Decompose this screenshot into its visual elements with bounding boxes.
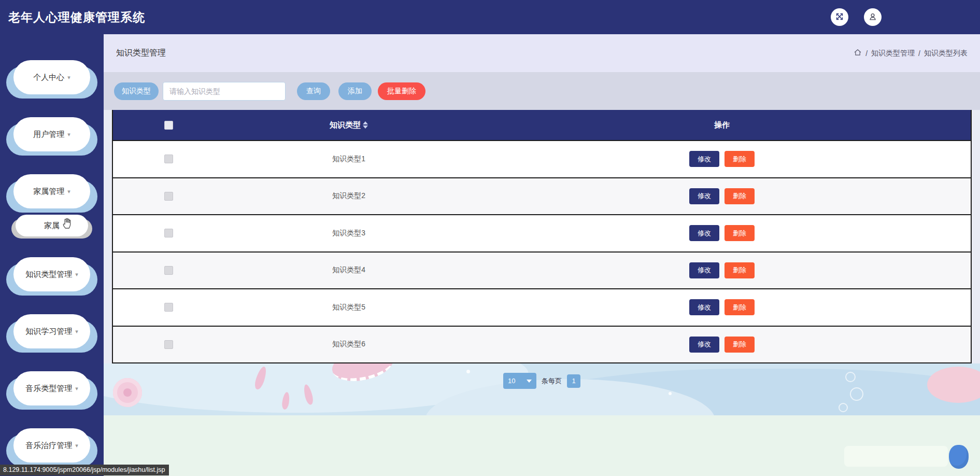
app-window: 老年人心理健康管理系统 bbox=[0, 0, 980, 476]
page-title: 知识类型管理 bbox=[116, 48, 166, 59]
chevron-down-icon: ▾ bbox=[75, 442, 78, 449]
sidebar: 个人中心▾ 用户管理▾ 家属管理▾ 家属 知识类型管理▾ 知识学习管理▾ 音乐类… bbox=[0, 34, 104, 476]
batch-delete-button[interactable]: 批量删除 bbox=[378, 82, 425, 100]
table-row: 知识类型5 修改 删除 bbox=[113, 288, 971, 326]
chevron-down-icon bbox=[527, 380, 532, 383]
sidebar-item-music-type-management[interactable]: 音乐类型管理▾ bbox=[6, 371, 97, 405]
delete-button[interactable]: 删除 bbox=[725, 225, 755, 241]
sidebar-item-label: 知识学习管理 bbox=[25, 327, 72, 337]
row-checkbox[interactable] bbox=[164, 229, 173, 237]
chevron-down-icon: ▾ bbox=[75, 271, 78, 278]
search-field-label: 知识类型 bbox=[114, 82, 159, 100]
delete-button[interactable]: 删除 bbox=[725, 151, 755, 167]
query-button[interactable]: 查询 bbox=[297, 82, 330, 100]
chevron-down-icon: ▾ bbox=[67, 74, 70, 81]
breadcrumb: / 知识类型管理 / 知识类型列表 bbox=[854, 48, 968, 58]
breadcrumb-separator: / bbox=[918, 49, 920, 58]
edit-button[interactable]: 修改 bbox=[689, 188, 719, 204]
delete-button[interactable]: 删除 bbox=[725, 188, 755, 204]
delete-button[interactable]: 删除 bbox=[725, 299, 755, 315]
table-row: 知识类型3 修改 删除 bbox=[113, 214, 971, 251]
table-header-row: 知识类型 操作 bbox=[113, 110, 971, 140]
knowledge-type-table: 知识类型 操作 知识类型1 修改 删除 知识类型2 bbox=[112, 110, 972, 363]
sidebar-subitem-label: 家属 bbox=[44, 221, 60, 231]
sidebar-item-user-management[interactable]: 用户管理▾ bbox=[6, 117, 97, 151]
user-icon bbox=[868, 11, 878, 23]
sidebar-item-label: 音乐治疗管理 bbox=[25, 441, 72, 451]
sidebar-item-label: 用户管理 bbox=[33, 130, 64, 139]
row-checkbox[interactable] bbox=[164, 266, 173, 275]
chevron-down-icon: ▾ bbox=[75, 328, 78, 335]
sidebar-item-knowledge-type-management[interactable]: 知识类型管理▾ bbox=[6, 257, 97, 291]
edit-button[interactable]: 修改 bbox=[689, 337, 719, 353]
decor-panel bbox=[844, 446, 948, 467]
decor-bubble bbox=[850, 387, 863, 401]
pagination-strip: 10 条每页 1 bbox=[104, 363, 980, 415]
breadcrumb-separator: / bbox=[865, 49, 868, 58]
row-checkbox[interactable] bbox=[164, 340, 173, 349]
breadcrumb-item: 知识类型管理 bbox=[871, 49, 915, 58]
home-icon[interactable] bbox=[854, 48, 862, 58]
cell-knowledge-type: 知识类型4 bbox=[332, 265, 365, 275]
cell-knowledge-type: 知识类型2 bbox=[332, 191, 365, 201]
table-zone: 知识类型 操作 知识类型1 修改 删除 知识类型2 bbox=[104, 110, 980, 363]
chat-widget-button[interactable] bbox=[949, 445, 969, 469]
table-row: 知识类型4 修改 删除 bbox=[113, 251, 971, 289]
header-icon-group bbox=[831, 8, 882, 26]
edit-button[interactable]: 修改 bbox=[689, 299, 719, 315]
row-checkbox[interactable] bbox=[164, 192, 173, 201]
delete-button[interactable]: 删除 bbox=[725, 262, 755, 278]
pagination: 10 条每页 1 bbox=[104, 373, 980, 389]
fullscreen-icon bbox=[834, 11, 845, 23]
sidebar-item-knowledge-learning-management[interactable]: 知识学习管理▾ bbox=[6, 314, 97, 348]
sidebar-subitem-family[interactable]: 家属 bbox=[16, 215, 88, 236]
page-header: 知识类型管理 / 知识类型管理 / 知识类型列表 bbox=[104, 34, 980, 72]
status-url: 8.129.11.174:9005/jspm20066/jsp/modules/… bbox=[0, 465, 169, 475]
decor-dot bbox=[669, 392, 672, 395]
main-content: 知识类型管理 / 知识类型管理 / 知识类型列表 知识类型 查询 添加 批量删除 bbox=[104, 34, 980, 476]
sidebar-item-family-management[interactable]: 家属管理▾ bbox=[6, 174, 97, 208]
cell-knowledge-type: 知识类型1 bbox=[332, 155, 365, 164]
select-all-checkbox[interactable] bbox=[164, 121, 173, 130]
column-actions: 操作 bbox=[714, 120, 730, 130]
edit-button[interactable]: 修改 bbox=[689, 151, 719, 167]
edit-button[interactable]: 修改 bbox=[689, 225, 719, 241]
row-checkbox[interactable] bbox=[164, 303, 173, 312]
cell-knowledge-type: 知识类型5 bbox=[332, 303, 365, 312]
cell-knowledge-type: 知识类型6 bbox=[332, 340, 365, 349]
user-profile-button[interactable] bbox=[864, 8, 882, 26]
column-knowledge-type: 知识类型 bbox=[330, 120, 361, 130]
cell-knowledge-type: 知识类型3 bbox=[332, 229, 365, 238]
page-size-select[interactable]: 10 bbox=[503, 373, 536, 389]
fullscreen-button[interactable] bbox=[831, 8, 848, 26]
table-row: 知识类型1 修改 删除 bbox=[113, 140, 971, 177]
add-button[interactable]: 添加 bbox=[338, 82, 372, 100]
app-title: 老年人心理健康管理系统 bbox=[8, 9, 145, 25]
mouse-cursor-pointer-icon bbox=[61, 217, 73, 229]
sidebar-item-label: 个人中心 bbox=[33, 73, 64, 82]
chevron-down-icon: ▾ bbox=[67, 131, 70, 138]
table-row: 知识类型2 修改 删除 bbox=[113, 177, 971, 215]
delete-button[interactable]: 删除 bbox=[725, 337, 755, 353]
footer-zone bbox=[104, 415, 980, 476]
chevron-down-icon: ▾ bbox=[75, 385, 78, 392]
decor-bubble bbox=[839, 403, 848, 412]
page-1-button[interactable]: 1 bbox=[567, 374, 580, 388]
breadcrumb-item: 知识类型列表 bbox=[924, 49, 968, 58]
sidebar-item-personal-center[interactable]: 个人中心▾ bbox=[6, 60, 97, 94]
search-toolbar: 知识类型 查询 添加 批量删除 bbox=[104, 72, 980, 110]
sidebar-item-label: 家属管理 bbox=[33, 187, 64, 197]
row-checkbox[interactable] bbox=[164, 155, 173, 163]
page-size-value: 10 bbox=[508, 377, 515, 385]
sidebar-item-music-therapy-management[interactable]: 音乐治疗管理▾ bbox=[6, 428, 97, 463]
search-input[interactable] bbox=[163, 82, 286, 101]
sidebar-item-label: 知识类型管理 bbox=[25, 270, 72, 279]
sidebar-item-label: 音乐类型管理 bbox=[25, 384, 72, 394]
edit-button[interactable]: 修改 bbox=[689, 262, 719, 278]
table-row: 知识类型6 修改 删除 bbox=[113, 326, 971, 363]
top-header: 老年人心理健康管理系统 bbox=[0, 0, 980, 34]
sort-icon[interactable] bbox=[363, 121, 368, 129]
per-page-label: 条每页 bbox=[542, 376, 562, 386]
chevron-down-icon: ▾ bbox=[67, 188, 70, 195]
